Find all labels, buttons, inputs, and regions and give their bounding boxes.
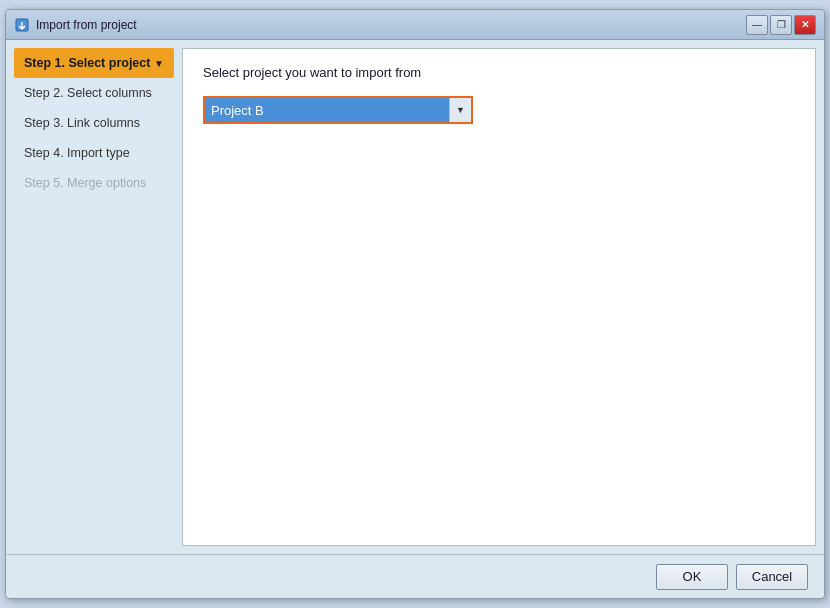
sidebar-step-2[interactable]: Step 2. Select columns: [14, 78, 174, 108]
step-label-5: Step 5. Merge options: [24, 176, 146, 190]
step-label-3: Step 3. Link columns: [24, 116, 140, 130]
step-label-4: Step 4. Import type: [24, 146, 130, 160]
project-dropdown[interactable]: Project B ▼: [203, 96, 473, 124]
titlebar: Import from project — ❐ ✕: [6, 10, 824, 40]
import-from-project-dialog: Import from project — ❐ ✕ Step 1. Select…: [5, 9, 825, 599]
dropdown-arrow-button[interactable]: ▼: [449, 98, 471, 122]
import-icon: [14, 17, 30, 33]
dropdown-selected-value: Project B: [205, 98, 449, 122]
main-panel: Select project you want to import from P…: [182, 48, 816, 546]
step-label-2: Step 2. Select columns: [24, 86, 152, 100]
panel-title: Select project you want to import from: [203, 65, 795, 80]
active-chevron-icon: ▼: [154, 58, 164, 69]
step-label-1: Step 1. Select project: [24, 56, 150, 70]
sidebar-step-1[interactable]: Step 1. Select project▼: [14, 48, 174, 78]
dialog-content: Step 1. Select project▼Step 2. Select co…: [6, 40, 824, 554]
close-button[interactable]: ✕: [794, 15, 816, 35]
sidebar-step-4[interactable]: Step 4. Import type: [14, 138, 174, 168]
steps-sidebar: Step 1. Select project▼Step 2. Select co…: [14, 48, 174, 546]
window-controls: — ❐ ✕: [746, 15, 816, 35]
sidebar-step-5: Step 5. Merge options: [14, 168, 174, 198]
cancel-button[interactable]: Cancel: [736, 564, 808, 590]
ok-button[interactable]: OK: [656, 564, 728, 590]
minimize-button[interactable]: —: [746, 15, 768, 35]
window-title: Import from project: [36, 18, 740, 32]
sidebar-step-3[interactable]: Step 3. Link columns: [14, 108, 174, 138]
dialog-footer: OK Cancel: [6, 554, 824, 598]
restore-button[interactable]: ❐: [770, 15, 792, 35]
